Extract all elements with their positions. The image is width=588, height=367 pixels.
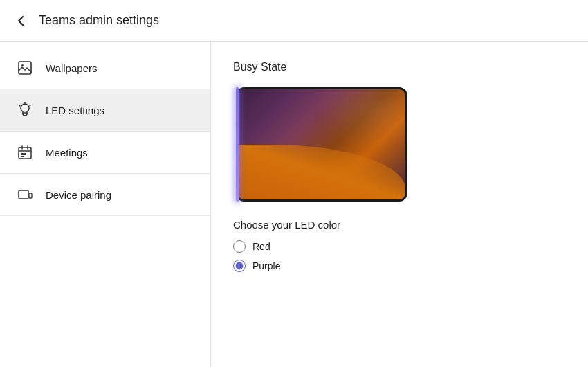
svg-rect-13 [29,193,32,198]
sidebar-item-wallpapers-label: Wallpapers [46,62,97,74]
device-preview [233,84,410,202]
sidebar-item-device-pairing-label: Device pairing [46,189,111,201]
tablet-screen [238,89,405,199]
sidebar: Wallpapers LED settings [0,42,211,367]
led-option-purple[interactable]: Purple [233,260,566,272]
back-button[interactable] [14,14,28,28]
svg-rect-10 [24,153,26,155]
svg-rect-9 [21,153,24,155]
sidebar-item-meetings-label: Meetings [46,147,88,159]
radio-purple[interactable] [233,260,246,272]
page-title: Teams admin settings [39,13,159,28]
led-option-purple-label: Purple [252,260,280,271]
svg-point-1 [21,64,24,66]
led-option-red[interactable]: Red [233,240,566,253]
led-option-red-label: Red [252,241,270,252]
sidebar-item-led-settings[interactable]: LED settings [0,89,210,132]
svg-line-3 [19,105,20,106]
led-glow [236,87,239,202]
calendar-icon [17,144,33,161]
svg-rect-12 [19,190,28,199]
sidebar-item-led-settings-label: LED settings [46,105,104,116]
busy-state-label: Busy State [233,61,566,73]
sidebar-item-meetings[interactable]: Meetings [0,132,210,174]
main-layout: Wallpapers LED settings [0,42,588,367]
device-icon [17,186,33,203]
led-color-label: Choose your LED color [233,219,566,231]
header: Teams admin settings [0,0,588,42]
main-content: Busy State Choose your LED color Red Pur… [211,42,588,367]
sidebar-item-wallpapers[interactable]: Wallpapers [0,47,210,89]
bulb-icon [17,102,33,118]
radio-red[interactable] [233,240,246,253]
sidebar-item-device-pairing[interactable]: Device pairing [0,174,210,216]
tablet-frame [236,87,407,202]
svg-rect-11 [21,156,24,157]
image-icon [17,60,33,76]
led-color-options: Red Purple [233,240,566,272]
svg-rect-0 [19,62,31,74]
svg-line-4 [30,105,30,106]
